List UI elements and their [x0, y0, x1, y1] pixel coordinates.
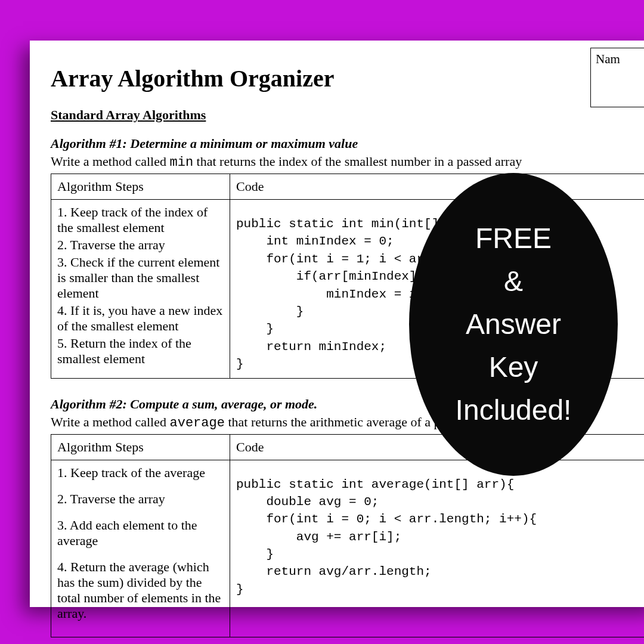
algo1-step-1: 1. Keep track of the index of the smalle…: [57, 205, 224, 236]
algo1-desc-pre: Write a method called: [51, 154, 169, 169]
badge-line2: &: [504, 265, 523, 297]
algo1-steps-cell: 1. Keep track of the index of the smalle…: [51, 200, 230, 379]
table-header-steps: Algorithm Steps: [51, 174, 230, 200]
algo1-step-4: 4. If it is, you have a new index of the…: [57, 303, 224, 334]
algo2-code: public static int average(int[] arr){ do…: [236, 465, 640, 599]
algo2-desc-pre: Write a method called: [51, 414, 169, 429]
algo2-desc-mono: average: [169, 416, 224, 431]
algo2-step-4: 4. Return the average (which has the sum…: [57, 559, 224, 621]
algo2-step-2: 2. Traverse the array: [57, 491, 224, 507]
algo1-description: Write a method called min that returns t…: [51, 154, 641, 170]
page-title: Array Algorithm Organizer: [51, 64, 641, 92]
algo1-step-2: 2. Traverse the array: [57, 237, 224, 253]
section-heading: Standard Array Algorithms: [51, 107, 641, 123]
badge-line1: FREE: [475, 222, 552, 254]
promo-badge: FREE & Answer Key Included!: [409, 173, 618, 476]
badge-line4: Key: [489, 351, 538, 383]
algo2-step-3: 3. Add each element to the average: [57, 518, 224, 549]
name-field-box: Nam: [590, 48, 644, 107]
algo2-step-1: 1. Keep track of the average: [57, 465, 224, 481]
badge-line5: Included!: [456, 394, 572, 426]
name-label: Nam: [596, 52, 620, 66]
algo2-table: Algorithm Steps Code 1. Keep track of th…: [51, 434, 644, 637]
algo1-step-5: 5. Return the index of the smallest elem…: [57, 336, 224, 367]
badge-line3: Answer: [466, 308, 561, 340]
algo2-steps-cell: 1. Keep track of the average 2. Traverse…: [51, 460, 230, 637]
table-header-steps: Algorithm Steps: [51, 434, 230, 460]
algo2-code-cell: public static int average(int[] arr){ do…: [230, 460, 645, 637]
table-header-code: Code: [230, 174, 645, 200]
algo1-desc-mono: min: [169, 155, 193, 170]
algo1-title: Algorithm #1: Determine a minimum or max…: [51, 136, 641, 151]
algo1-desc-post: that returns the index of the smallest n…: [193, 154, 522, 169]
algo1-step-3: 3. Check if the current element is small…: [57, 255, 224, 301]
